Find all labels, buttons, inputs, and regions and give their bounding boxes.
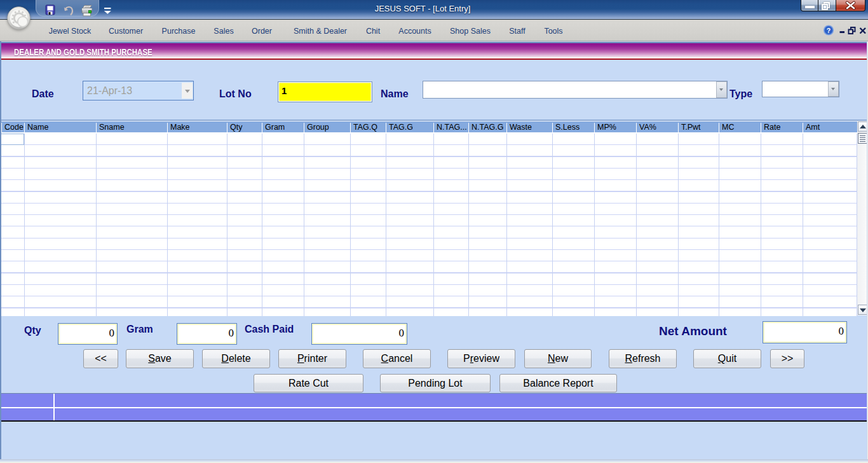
svg-text:?: ? (827, 27, 831, 34)
